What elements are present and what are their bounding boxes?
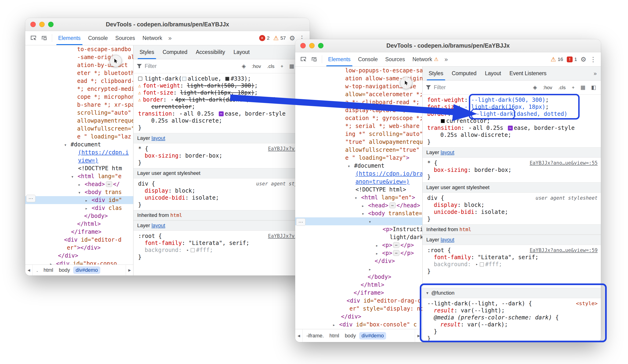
dom-tree-row[interactable]: <div id="editor-drag-c	[295, 297, 422, 305]
breadcrumb-scroll-right-button[interactable]: ▸	[126, 265, 133, 276]
close-button[interactable]	[30, 22, 36, 27]
dom-tree-row[interactable]: (https://cdpn.io/bram	[295, 170, 422, 178]
dom-tree-row[interactable]: ▸<head>⋯</	[25, 180, 133, 188]
minimize-button[interactable]	[309, 43, 314, 48]
expand-arrow-icon[interactable]: ▸	[468, 124, 473, 131]
dom-tree-row[interactable]: a *; clipboard-read *;	[295, 98, 422, 106]
panel-tab-event-listeners[interactable]: Event Listeners	[505, 66, 551, 80]
style-declaration-row[interactable]: }	[427, 216, 598, 223]
color-swatch[interactable]	[480, 262, 484, 266]
overflow-pill-button[interactable]: ⋯	[296, 218, 306, 226]
style-declaration-row[interactable]: }	[138, 159, 307, 166]
breadcrumb-item[interactable]: body	[57, 266, 73, 274]
expand-arrow-icon[interactable]: ▸	[179, 110, 184, 117]
dom-tree-row[interactable]: to-escape-sandbo	[25, 45, 133, 53]
window-titlebar[interactable]: DevTools - codepen.io/bramus/pen/EaYBJJx	[25, 18, 310, 31]
layer-link[interactable]: layout	[152, 223, 165, 229]
breadcrumb-item[interactable]: div#demo	[73, 266, 100, 274]
css-property[interactable]: font-weight	[143, 82, 180, 89]
grid-overlay-icon[interactable]: ▦	[579, 84, 587, 91]
zoom-button[interactable]	[318, 43, 323, 48]
inspect-element-button[interactable]	[28, 33, 39, 43]
css-property[interactable]: border	[143, 96, 163, 103]
style-declaration-row[interactable]: box-sizing: border-box;	[427, 167, 598, 174]
css-property[interactable]: transition	[427, 124, 461, 131]
style-declaration-row[interactable]: light-dark(aliceblue, #333);	[138, 75, 307, 82]
filter-input[interactable]: Filter	[145, 63, 157, 69]
css-property[interactable]: transition	[138, 110, 172, 117]
dom-tree-row[interactable]: <p>Instruction	[295, 225, 422, 233]
dom-tree-row[interactable]: view=)	[25, 156, 133, 164]
inspect-element-button[interactable]	[298, 54, 309, 65]
dom-tree-row[interactable]: scrolling="auto"	[25, 109, 133, 117]
style-declaration-row[interactable]: currentcolor;	[427, 118, 598, 124]
css-var-link[interactable]: --light-dark(16px, 18px)	[465, 103, 546, 111]
more-tabs-button[interactable]: »	[166, 35, 174, 42]
dom-tree-row[interactable]: <!DOCTYPE html>	[295, 186, 422, 193]
css-property[interactable]: unicode-bidi	[145, 194, 185, 201]
dom-tree-row[interactable]: ▸<div class="war	[295, 265, 422, 273]
css-property[interactable]: font-family	[434, 254, 471, 261]
style-declaration-row[interactable]: @media (prefers-color-scheme: dark) {	[427, 314, 598, 321]
twisty-icon[interactable]: ▾	[426, 291, 428, 296]
expand-arrow-icon[interactable]: ▸	[170, 96, 175, 103]
tab-sources[interactable]: Sources	[382, 52, 408, 66]
breadcrumb-item[interactable]: html	[41, 266, 56, 274]
style-declaration-row[interactable]: :root {EaYBJJx?ano…ue&view=:59	[427, 247, 598, 254]
twisty-icon[interactable]: ▸	[85, 204, 92, 212]
ellipsis-button[interactable]: ⋯	[106, 181, 112, 187]
style-declaration-row[interactable]: :root {EaYBJJx?view=	[138, 233, 307, 240]
ellipsis-button[interactable]: ⋯	[393, 250, 399, 256]
dom-tree-row[interactable]: ▾<body translate=	[295, 209, 422, 217]
css-property[interactable]: border	[427, 111, 448, 118]
style-declaration-row[interactable]: result: var(--light);	[427, 307, 598, 314]
style-declaration-row[interactable]: currentcolor;	[138, 103, 307, 110]
dom-tree-row[interactable]: ▸<p>⋯</p>	[295, 241, 422, 249]
dom-tree-row[interactable]: display-capture *; enc	[295, 106, 422, 114]
dom-tree-row[interactable]: ▸<div id="box-console" c	[295, 321, 422, 328]
twisty-icon[interactable]: ▾	[369, 218, 375, 225]
twisty-icon[interactable]: ▾	[355, 194, 361, 201]
twisty-icon[interactable]: ▾	[362, 210, 368, 217]
dom-tree-row[interactable]: ▾<div id="demo">	[295, 217, 422, 225]
declaration-checkbox[interactable]	[138, 77, 142, 81]
breadcrumb-scroll-right-button[interactable]: ▸	[415, 329, 422, 342]
dom-tree-row[interactable]: ▾<body trans	[25, 188, 133, 196]
style-declaration-row[interactable]: ⚠font-size: light-dark(16px, 18px);	[138, 89, 307, 96]
dom-tree-row[interactable]: ead *; clipboard-	[25, 77, 133, 85]
style-declaration-row[interactable]: transition: ▸all 0.25s ~ease, border-sty…	[138, 110, 307, 117]
css-property[interactable]: display	[145, 187, 168, 194]
twisty-icon[interactable]: ▸	[50, 260, 56, 265]
style-declaration-row[interactable]: background: ▸#fff;	[427, 261, 598, 268]
twisty-icon[interactable]: ▸	[333, 321, 339, 328]
css-var-link-highlighted[interactable]: --light-dark	[473, 111, 513, 118]
dom-tree-row[interactable]: "true" allowpaymentrequ	[295, 138, 422, 146]
toggle-classes-button[interactable]: .cls	[557, 85, 567, 90]
style-declaration-row[interactable]: unicode-bidi: isolate;	[138, 194, 307, 201]
css-property[interactable]: font-size	[427, 103, 458, 111]
expand-arrow-icon[interactable]: ▸	[185, 246, 190, 253]
expand-arrow-icon[interactable]: ▸	[454, 111, 460, 118]
bezier-editor-icon[interactable]: ~	[219, 111, 224, 116]
dom-tree-row[interactable]: ▸<div clas	[25, 204, 133, 212]
style-declaration-row[interactable]: }	[427, 174, 598, 181]
style-declaration-row[interactable]: box-sizing: border-box;	[138, 152, 307, 159]
panel-tab-computed[interactable]: Computed	[158, 45, 192, 59]
grid-overlay-icon[interactable]: ▦	[288, 63, 296, 69]
dom-tree-row[interactable]: allowfullscreen="true"	[295, 146, 422, 154]
tab-network[interactable]: Network⚠	[409, 52, 442, 66]
device-toolbar-button[interactable]	[39, 33, 50, 43]
twisty-icon[interactable]: ▸	[85, 196, 92, 204]
expand-arrow-icon[interactable]: ▸	[474, 261, 479, 268]
dom-link[interactable]: view=)	[78, 157, 98, 164]
tab-network[interactable]: Network	[139, 31, 166, 45]
color-swatch[interactable]	[191, 248, 195, 252]
close-button[interactable]	[300, 43, 306, 48]
breadcrumb-scroll-left-button[interactable]: ◂	[295, 329, 303, 342]
dom-tree-row[interactable]: allowfullscreen="	[25, 125, 133, 133]
dom-tree-row[interactable]: </body>	[25, 212, 133, 220]
style-declaration-row[interactable]: background: ▸#fff;	[138, 246, 307, 253]
twisty-icon[interactable]: ▸	[78, 181, 85, 188]
element-states-icon[interactable]: ◈	[240, 63, 247, 69]
filter-input[interactable]: Filter	[434, 84, 446, 91]
